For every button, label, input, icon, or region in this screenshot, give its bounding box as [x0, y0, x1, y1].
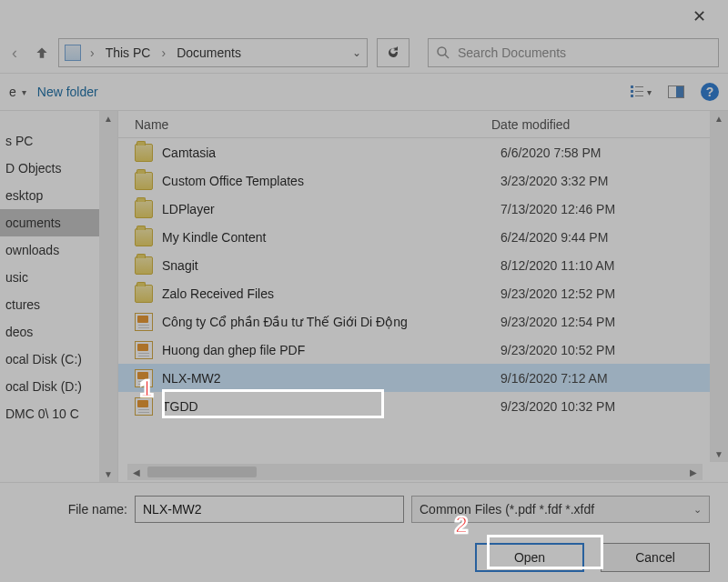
file-row[interactable]: Snagit8/12/2020 11:10 AM — [118, 251, 728, 279]
file-row[interactable]: Công ty Cổ phần Đầu tư Thế Giới Di Động9… — [118, 307, 728, 336]
crumb-root[interactable]: This PC — [104, 45, 153, 60]
folder-icon — [135, 172, 153, 190]
filename-label: File name: — [18, 502, 127, 517]
file-date: 6/6/2020 7:58 PM — [500, 146, 728, 160]
file-open-dialog: ✕ ‹ › This PC › Documents ⌄ Search Docum… — [0, 0, 728, 582]
file-list[interactable]: Name Date modified Camtasia6/6/2020 7:58… — [118, 111, 728, 482]
file-name: LDPlayer — [162, 202, 500, 216]
search-input[interactable]: Search Documents — [428, 38, 719, 67]
file-row[interactable]: Custom Office Templates3/23/2020 3:32 PM — [118, 166, 728, 195]
scroll-up-icon[interactable]: ▲ — [104, 111, 113, 126]
file-row[interactable]: NLX-MW29/16/2020 7:12 AM — [118, 364, 728, 392]
scroll-up-icon[interactable]: ▲ — [714, 111, 723, 126]
file-row[interactable]: TGDD9/23/2020 10:32 PM — [118, 392, 728, 420]
dialog-body: s PCD Objectsesktopocumentsownloadsusicc… — [0, 111, 728, 482]
file-date: 3/23/2020 3:32 PM — [500, 174, 728, 188]
file-date: 6/24/2020 9:44 PM — [500, 230, 728, 245]
help-icon[interactable]: ? — [701, 83, 719, 101]
preview-pane-icon[interactable] — [668, 85, 684, 98]
up-icon[interactable] — [31, 42, 53, 64]
callout-1: 1 — [131, 373, 162, 404]
pdf-file-icon — [135, 341, 153, 359]
organize-menu[interactable]: e▾ — [9, 85, 26, 99]
scroll-thumb[interactable] — [147, 467, 257, 477]
file-date: 9/23/2020 12:52 PM — [500, 286, 728, 301]
file-name: Camtasia — [162, 146, 500, 160]
file-date: 9/23/2020 10:52 PM — [500, 343, 728, 357]
file-name: TGDD — [162, 399, 500, 414]
folder-tree[interactable]: s PCD Objectsesktopocumentsownloadsusicc… — [0, 111, 118, 482]
svg-line-1 — [445, 55, 449, 58]
tree-scrollbar[interactable]: ▲ ▼ — [99, 111, 117, 482]
folder-icon — [135, 200, 153, 218]
file-name: Snagit — [162, 258, 500, 273]
file-name: Zalo Received Files — [162, 286, 500, 301]
file-row[interactable]: Camtasia6/6/2020 7:58 PM — [118, 138, 728, 166]
file-row[interactable]: Huong dan ghep file PDF9/23/2020 10:52 P… — [118, 336, 728, 364]
file-name: Huong dan ghep file PDF — [162, 343, 500, 357]
file-name: Công ty Cổ phần Đầu tư Thế Giới Di Động — [162, 315, 500, 329]
column-date[interactable]: Date modified — [491, 117, 728, 132]
folder-icon — [135, 144, 153, 162]
folder-icon — [135, 228, 153, 246]
file-date: 9/23/2020 12:54 PM — [500, 315, 728, 329]
chevron-down-icon[interactable]: ⌄ — [352, 46, 361, 59]
view-options[interactable]: ▾ — [631, 85, 652, 100]
toolbar: e▾ New folder ▾ ? — [0, 73, 728, 111]
titlebar: ✕ — [0, 0, 728, 33]
column-headers[interactable]: Name Date modified — [118, 111, 728, 138]
new-folder-button[interactable]: New folder — [37, 85, 98, 99]
file-name: Custom Office Templates — [162, 174, 500, 188]
search-icon — [436, 45, 450, 60]
file-date: 7/13/2020 12:46 PM — [500, 202, 728, 216]
refresh-button[interactable] — [377, 38, 410, 67]
list-view-icon — [631, 85, 643, 100]
crumb-current[interactable]: Documents — [175, 45, 243, 60]
file-row[interactable]: Zalo Received Files9/23/2020 12:52 PM — [118, 279, 728, 307]
file-row[interactable]: LDPlayer7/13/2020 12:46 PM — [118, 195, 728, 223]
file-date: 9/23/2020 10:32 PM — [500, 399, 728, 414]
list-v-scrollbar[interactable]: ▲ ▼ — [710, 111, 728, 462]
folder-icon — [135, 285, 153, 303]
file-date: 9/16/2020 7:12 AM — [500, 371, 728, 386]
open-button[interactable]: Open — [475, 543, 584, 572]
chevron-right-icon: › — [157, 45, 169, 60]
chevron-right-icon: › — [86, 45, 98, 60]
close-icon[interactable]: ✕ — [680, 3, 719, 30]
pdf-file-icon — [135, 313, 153, 331]
file-name: My Kindle Content — [162, 230, 500, 245]
location-icon — [65, 45, 81, 61]
file-name: NLX-MW2 — [162, 371, 500, 386]
folder-icon — [135, 256, 153, 275]
back-icon[interactable]: ‹ — [4, 42, 25, 64]
scroll-down-icon[interactable]: ▼ — [104, 467, 113, 482]
search-placeholder: Search Documents — [458, 45, 566, 60]
scroll-left-icon[interactable]: ◀ — [127, 467, 146, 477]
dialog-footer: File name: Common Files (*.pdf *.fdf *.x… — [0, 482, 728, 582]
scroll-down-icon[interactable]: ▼ — [714, 447, 723, 462]
chevron-down-icon: ⌄ — [693, 504, 702, 516]
scroll-right-icon[interactable]: ▶ — [684, 467, 703, 477]
address-bar[interactable]: › This PC › Documents ⌄ — [58, 38, 368, 67]
file-date: 8/12/2020 11:10 AM — [500, 258, 728, 273]
nav-row: ‹ › This PC › Documents ⌄ Search Documen… — [0, 33, 728, 73]
filename-input[interactable] — [135, 496, 404, 523]
svg-point-0 — [438, 47, 446, 55]
cancel-button[interactable]: Cancel — [601, 543, 710, 572]
file-row[interactable]: My Kindle Content6/24/2020 9:44 PM — [118, 223, 728, 251]
list-h-scrollbar[interactable]: ◀ ▶ — [127, 464, 703, 480]
callout-2: 2 — [446, 509, 477, 540]
column-name[interactable]: Name — [135, 117, 491, 132]
